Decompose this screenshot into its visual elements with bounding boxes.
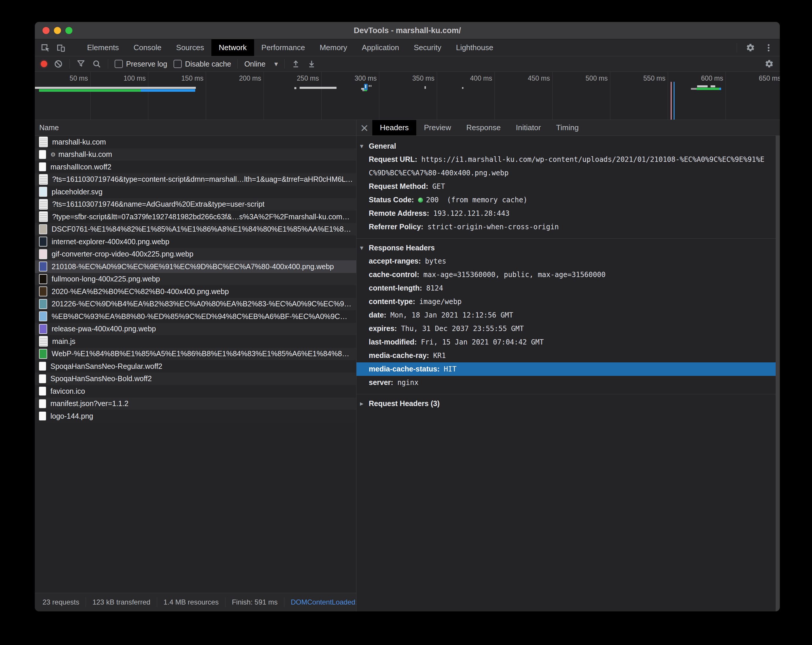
table-row[interactable]: main.js [35,335,356,348]
tab-headers[interactable]: Headers [372,120,416,136]
header-item[interactable]: Request Method:GET [356,180,780,193]
network-overview-timeline[interactable]: 50 ms100 ms150 ms200 ms250 ms300 ms350 m… [35,72,780,120]
titlebar[interactable]: DevTools - marshall-ku.com/ [35,22,780,39]
close-window-button[interactable] [43,27,50,34]
device-toolbar-icon[interactable] [56,43,66,52]
section-header[interactable]: ▾Response Headers [356,241,780,254]
request-name: SpoqaHanSansNeo-Regular.woff2 [50,362,162,371]
disable-cache-checkbox[interactable] [174,60,182,68]
header-item[interactable]: content-length:8124 [356,281,780,295]
table-row[interactable]: 210108-%EC%A0%9C%EC%9E%91%EC%9D%BC%EC%A7… [35,260,356,273]
header-item[interactable]: date:Mon, 18 Jan 2021 12:12:56 GMT [356,309,780,322]
header-item[interactable]: content-type:image/webp [356,295,780,309]
tab-console[interactable]: Console [126,39,169,56]
header-item[interactable]: Request URL:https://i1.marshall-ku.com/w… [356,153,780,180]
table-row[interactable]: 2020-%EA%B2%B0%EC%82%B0-400x400.png.webp [35,285,356,298]
record-button[interactable] [41,61,47,67]
table-row[interactable]: ?ts=1611030719746&type=content-script&dm… [35,173,356,186]
preserve-log-label[interactable]: Preserve log [126,60,167,68]
header-item[interactable]: media-cache-status:HIT [356,362,780,376]
header-item[interactable]: accept-ranges:bytes [356,254,780,268]
tab-performance[interactable]: Performance [254,39,313,56]
table-row[interactable]: WebP-%E1%84%8B%E1%85%A5%E1%86%B8%E1%84%8… [35,348,356,360]
tab-security[interactable]: Security [407,39,449,56]
table-row[interactable]: fullmoon-long-400x225.png.webp [35,273,356,286]
clear-button[interactable] [53,59,63,69]
table-row[interactable]: %EB%8C%93%EA%B8%80-%ED%85%9C%ED%94%8C%EB… [35,310,356,323]
header-item[interactable]: Status Code:200(from memory cache) [356,193,780,207]
disable-cache-label[interactable]: Disable cache [185,60,231,68]
table-row[interactable]: release-pwa-400x400.png.webp [35,323,356,335]
waterfall-bar [371,85,371,87]
table-row[interactable]: placeholder.svg [35,186,356,198]
devtools-window: DevTools - marshall-ku.com/ ElementsCons… [35,22,780,611]
header-value: nginx [397,379,418,387]
time-tick-label: 450 ms [528,75,550,83]
main-split: Name marshall-ku.com⚙marshall-ku.commars… [35,120,780,611]
header-item[interactable]: expires:Thu, 31 Dec 2037 23:55:55 GMT [356,322,780,335]
time-tick-label: 250 ms [297,75,319,83]
settings-gear-icon[interactable] [746,43,755,52]
time-tick-label: 100 ms [124,75,146,83]
divider [284,59,285,69]
preserve-log-checkbox[interactable] [114,60,123,68]
table-row[interactable]: DSCF0761-%E1%84%82%E1%85%A1%E1%86%A8%E1%… [35,223,356,236]
throttling-select[interactable]: Online ▼ [244,60,278,68]
table-row[interactable]: ⚙marshall-ku.com [35,148,356,161]
headers-section: ▾GeneralRequest URL:https://i1.marshall-… [356,137,780,238]
section-header[interactable]: ▾General [356,139,780,153]
tab-initiator[interactable]: Initiator [508,120,548,136]
table-row[interactable]: ?type=sfbr-script&ltt=07a379fe1927481982… [35,211,356,223]
import-har-button[interactable] [291,59,301,69]
header-item[interactable]: Referrer Policy:strict-origin-when-cross… [356,220,780,234]
tab-response[interactable]: Response [459,120,508,136]
table-row[interactable]: ?ts=1611030719746&name=AdGuard%20Extra&t… [35,198,356,211]
devtools-tabs: ElementsConsoleSourcesNetworkPerformance… [80,39,501,56]
network-settings-gear-icon[interactable] [765,59,774,69]
tab-application[interactable]: Application [354,39,406,56]
tab-lighthouse[interactable]: Lighthouse [449,39,501,56]
zoom-window-button[interactable] [66,27,72,34]
scrollbar[interactable] [775,136,780,611]
image-thumbnail-icon [39,249,47,259]
table-row[interactable]: marshall-ku.com [35,136,356,148]
tab-sources[interactable]: Sources [169,39,211,56]
more-options-kebab-icon[interactable] [764,43,773,52]
request-name: 2020-%EA%B2%B0%EC%82%B0-400x400.png.webp [52,287,229,296]
table-row[interactable]: marshallIcon.woff2 [35,160,356,173]
table-row[interactable]: gif-converter-crop-video-400x225.png.web… [35,248,356,261]
request-name: main.js [52,337,75,345]
minimize-window-button[interactable] [54,27,61,34]
header-item[interactable]: Remote Address:193.122.121.28:443 [356,207,780,220]
status-item: 123 kB transferred [86,597,157,607]
name-column-header[interactable]: Name [35,120,356,136]
header-item[interactable]: last-modified:Fri, 15 Jan 2021 07:04:42 … [356,335,780,349]
header-item[interactable]: server:nginx [356,376,780,389]
table-row[interactable]: internet-explorer-400x400.png.webp [35,235,356,248]
export-har-button[interactable] [307,59,316,69]
request-name: ?ts=1611030719746&type=content-script&dm… [52,175,353,183]
request-name: marshallIcon.woff2 [50,163,111,171]
close-icon[interactable]: × [356,120,372,136]
inspect-element-icon[interactable] [41,43,50,52]
requests-list: marshall-ku.com⚙marshall-ku.commarshallI… [35,136,356,593]
tab-elements[interactable]: Elements [80,39,126,56]
tab-preview[interactable]: Preview [416,120,458,136]
header-item[interactable]: cache-control:max-age=315360000, public,… [356,268,780,281]
section-header[interactable]: ▸Request Headers (3) [356,397,780,410]
table-row[interactable]: logo-144.png [35,410,356,422]
request-name: ?ts=1611030719746&name=AdGuard%20Extra&t… [52,200,264,208]
table-row[interactable]: favicon.ico [35,385,356,397]
table-row[interactable]: manifest.json?ver=1.1.2 [35,397,356,410]
tab-memory[interactable]: Memory [312,39,354,56]
filter-button[interactable] [76,59,85,69]
status-item: DOMContentLoaded: [284,597,356,607]
search-icon[interactable] [92,59,101,69]
preserve-log-toggle: Preserve log [114,60,167,68]
table-row[interactable]: SpoqaHanSansNeo-Regular.woff2 [35,360,356,373]
header-item[interactable]: media-cache-ray:KR1 [356,349,780,362]
tab-network[interactable]: Network [211,39,254,56]
table-row[interactable]: SpoqaHanSansNeo-Bold.woff2 [35,373,356,385]
tab-timing[interactable]: Timing [548,120,586,136]
table-row[interactable]: 201226-%EC%9D%B4%EA%B2%83%EC%A0%80%EA%B2… [35,298,356,310]
